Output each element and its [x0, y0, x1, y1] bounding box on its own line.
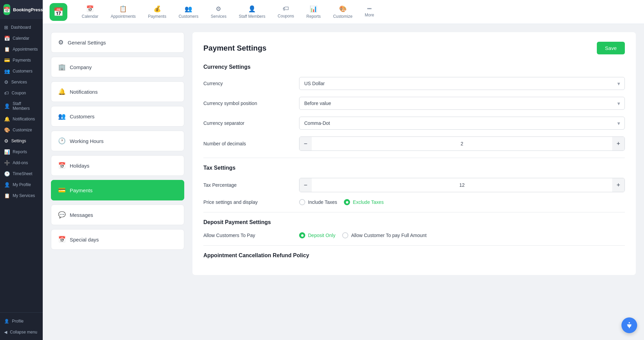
decimals-plus-button[interactable]: +: [612, 137, 625, 151]
sidebar-item-myprofile[interactable]: 👤 My Profile: [0, 179, 43, 190]
sidebar-item-payments[interactable]: 💳 Payments: [0, 55, 43, 66]
deposit-only-radio[interactable]: [299, 232, 305, 238]
sidebar-collapse[interactable]: ◀ Collapse menu: [0, 327, 43, 337]
settings-nav-payments[interactable]: 💳 Payments: [51, 180, 184, 200]
settings-nav-label: Working Hours: [70, 138, 104, 144]
settings-nav-label: Messages: [70, 212, 93, 218]
holidays-icon: 📅: [58, 162, 66, 169]
settings-nav-messages[interactable]: 💬 Messages: [51, 205, 184, 225]
addons-icon: ➕: [4, 160, 10, 166]
price-display-radio-group: Include Taxes Exclude Taxes: [299, 199, 625, 205]
appointments-icon: 📋: [4, 47, 10, 52]
save-button[interactable]: Save: [597, 42, 625, 54]
sidebar-item-label: Payments: [13, 58, 31, 63]
decimals-control: − 2 +: [299, 136, 625, 151]
deposit-only-label: Deposit Only: [308, 233, 335, 238]
sidebar-item-label: Reports: [13, 149, 27, 154]
tax-section-title: Tax Settings: [203, 165, 625, 171]
price-display-row: Price settings and display Include Taxes…: [203, 199, 625, 205]
sidebar-item-dashboard[interactable]: ⊞ Dashboard: [0, 22, 43, 33]
messages-icon: 💬: [58, 211, 66, 219]
topnav-calendar[interactable]: 📅 Calendar: [76, 2, 105, 22]
bookingpress-logo-icon: 📅: [3, 4, 10, 15]
topnav-appointments-label: Appointments: [111, 14, 136, 19]
sidebar-item-services[interactable]: ⚙ Services: [0, 77, 43, 88]
settings-nav-general[interactable]: ⚙ General Settings: [51, 32, 184, 53]
topnav-more[interactable]: ••• More: [359, 4, 380, 20]
currency-position-select[interactable]: Before value After value: [299, 97, 625, 110]
currency-separator-select[interactable]: Comma-Dot Dot-Comma: [299, 117, 625, 130]
sidebar-item-label: Coupon: [12, 91, 26, 95]
topnav-more-icon: •••: [367, 6, 372, 11]
currency-separator-control: Comma-Dot Dot-Comma: [299, 117, 625, 130]
sidebar: 📅 BookingPress ⊞ Dashboard 📅 Calendar 📋 …: [0, 0, 43, 340]
currency-position-label: Currency symbol position: [203, 101, 299, 106]
topnav-services-icon: ⚙: [216, 5, 221, 13]
topnav-appointments[interactable]: 📋 Appointments: [105, 2, 142, 22]
settings-nav-company[interactable]: 🏢 Company: [51, 57, 184, 77]
currency-separator-row: Currency separator Comma-Dot Dot-Comma: [203, 117, 625, 130]
sidebar-item-reports[interactable]: 📊 Reports: [0, 146, 43, 157]
deposit-only-option[interactable]: Deposit Only: [299, 232, 335, 238]
topnav-customize[interactable]: 🎨 Customize: [327, 2, 359, 22]
sidebar-item-coupon[interactable]: 🏷 Coupon: [0, 88, 43, 99]
staff-icon: 👤: [4, 103, 10, 109]
general-settings-icon: ⚙: [58, 39, 64, 46]
currency-control: US Dollar Euro British Pound: [299, 77, 625, 90]
sidebar-item-label: Settings: [11, 139, 26, 143]
sidebar-item-label: TimeSheet: [13, 171, 32, 176]
sidebar-bottom: 👤 Profile ◀ Collapse menu: [0, 312, 43, 340]
sidebar-item-customers[interactable]: 👥 Customers: [0, 66, 43, 77]
collapse-icon: ◀: [4, 330, 7, 335]
full-amount-radio[interactable]: [342, 232, 348, 238]
allow-pay-label: Allow Customers To Pay: [203, 233, 299, 238]
settings-nav-notifications[interactable]: 🔔 Notifications: [51, 81, 184, 102]
top-nav-logo: 📅: [50, 3, 67, 21]
sidebar-item-appointments[interactable]: 📋 Appointments: [0, 44, 43, 55]
exclude-taxes-radio[interactable]: [344, 199, 350, 205]
sidebar-item-notifications[interactable]: 🔔 Notifications: [0, 114, 43, 125]
currency-separator-select-wrapper: Comma-Dot Dot-Comma: [299, 117, 625, 130]
settings-nav-holidays[interactable]: 📅 Holidays: [51, 155, 184, 176]
sidebar-item-settings[interactable]: ⚙ Settings: [0, 135, 43, 146]
sidebar-profile[interactable]: 👤 Profile: [0, 315, 43, 327]
settings-nav-specialdays[interactable]: 📅 Special days: [51, 229, 184, 250]
price-display-control: Include Taxes Exclude Taxes: [299, 199, 625, 205]
currency-select[interactable]: US Dollar Euro British Pound: [299, 77, 625, 90]
decimals-minus-button[interactable]: −: [299, 137, 312, 151]
tax-minus-button[interactable]: −: [299, 178, 312, 192]
customers-icon: 👥: [4, 68, 10, 74]
accessibility-widget[interactable]: [621, 317, 637, 333]
settings-nav-workinghours[interactable]: 🕐 Working Hours: [51, 131, 184, 151]
topnav-reports[interactable]: 📊 Reports: [300, 2, 327, 22]
sidebar-item-timesheet[interactable]: 🕐 TimeSheet: [0, 168, 43, 179]
currency-position-select-wrapper: Before value After value: [299, 97, 625, 110]
exclude-taxes-option[interactable]: Exclude Taxes: [344, 199, 384, 205]
sidebar-item-addons[interactable]: ➕ Add-ons: [0, 157, 43, 168]
currency-section-title: Currency Settings: [203, 64, 625, 70]
tax-plus-button[interactable]: +: [612, 178, 625, 192]
settings-main: Payment Settings Save Currency Settings …: [192, 32, 636, 275]
settings-nav-label: Holidays: [70, 163, 90, 169]
include-taxes-option[interactable]: Include Taxes: [299, 199, 337, 205]
sidebar-item-label: Add-ons: [13, 160, 28, 165]
topnav-customers[interactable]: 👥 Customers: [172, 2, 204, 22]
full-amount-label: Allow Customer To pay Full Amount: [351, 233, 427, 238]
myprofile-icon: 👤: [4, 182, 10, 187]
full-amount-option[interactable]: Allow Customer To pay Full Amount: [342, 232, 427, 238]
topnav-coupons-icon: 🏷: [283, 5, 289, 12]
main-area: 📅 📅 Calendar 📋 Appointments 💰 Payments 👥…: [43, 0, 644, 340]
cancellation-section-title: Appointment Cancellation Refund Policy: [203, 252, 625, 259]
sidebar-item-staff[interactable]: 👤 Staff Members: [0, 99, 43, 114]
topnav-payments[interactable]: 💰 Payments: [142, 2, 172, 22]
company-icon: 🏢: [58, 63, 66, 71]
topnav-coupons[interactable]: 🏷 Coupons: [271, 2, 300, 21]
sidebar-item-customize[interactable]: 🎨 Customize: [0, 125, 43, 135]
sidebar-logo[interactable]: 📅 BookingPress: [0, 0, 43, 19]
sidebar-item-calendar[interactable]: 📅 Calendar: [0, 33, 43, 44]
topnav-services[interactable]: ⚙ Services: [204, 2, 232, 22]
include-taxes-radio[interactable]: [299, 199, 305, 205]
settings-nav-customers[interactable]: 👥 Customers: [51, 106, 184, 127]
sidebar-item-myservices[interactable]: 📋 My Services: [0, 190, 43, 201]
topnav-staff[interactable]: 👤 Staff Members: [232, 2, 271, 22]
